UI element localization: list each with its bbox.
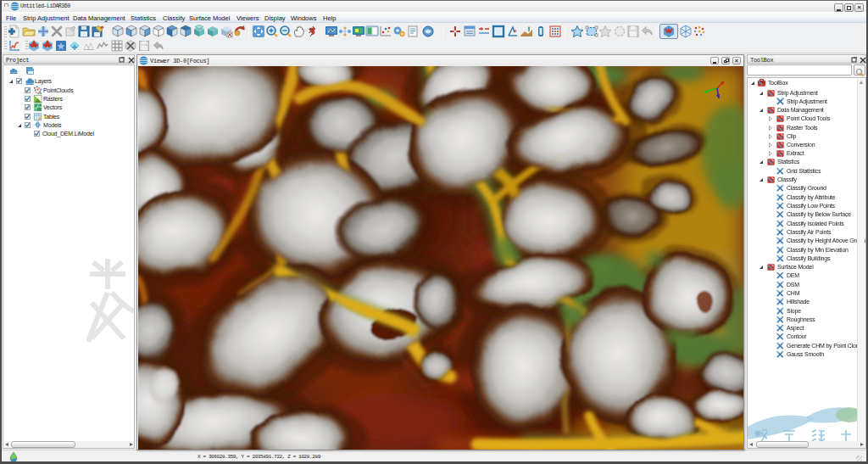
svg-text:a: a [514, 28, 517, 33]
